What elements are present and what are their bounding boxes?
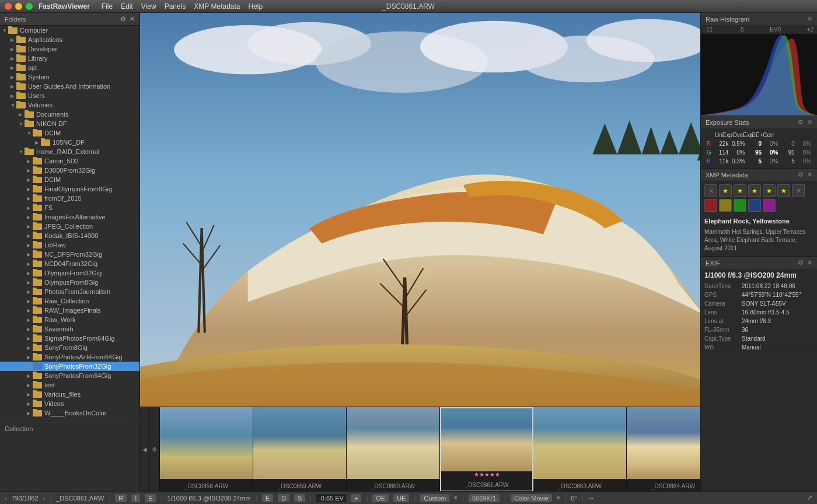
sidebar-item-ncd04[interactable]: ▶NCD04From32Gig bbox=[0, 259, 139, 268]
exposure-stats-close-icon[interactable]: ✕ bbox=[807, 118, 812, 126]
sidebar-item-raw_images_finals[interactable]: ▶RAW_ImagesFinals bbox=[0, 306, 139, 315]
xmp-star4-button[interactable]: ★ bbox=[763, 184, 776, 197]
custom-button[interactable]: Custom bbox=[420, 494, 449, 502]
sidebar-item-d3000[interactable]: ▶D3000From32Gig bbox=[0, 166, 139, 175]
filmstrip-item-2[interactable]: _DSC0860.ARW bbox=[347, 407, 440, 491]
xmp-color-red-button[interactable] bbox=[704, 199, 717, 212]
oe-button[interactable]: OE bbox=[372, 494, 389, 502]
mode-d-button[interactable]: D bbox=[278, 494, 289, 502]
sidebar-item-canon5d2[interactable]: ▶Canon_5D2 bbox=[0, 156, 139, 166]
menu-panels[interactable]: Panels bbox=[165, 2, 186, 10]
xmp-color-green-button[interactable] bbox=[734, 199, 746, 212]
nav-prev-button[interactable]: ‹ bbox=[5, 495, 7, 502]
xmp-color-magenta-button[interactable] bbox=[763, 199, 776, 212]
sidebar-item-olympus32[interactable]: ▶OlympusFrom32Gig bbox=[0, 268, 139, 278]
xmp-color-blue-button[interactable] bbox=[748, 199, 761, 212]
filmstrip-item-1[interactable]: _DSC0859.ARW bbox=[253, 407, 347, 491]
sidebar-item-developer[interactable]: ▶Developer bbox=[0, 44, 139, 54]
sidebar-item-sony64[interactable]: ▶SonyPhotosFrom64Gig bbox=[0, 371, 139, 380]
main-image-area[interactable] bbox=[140, 13, 700, 407]
sidebar-item-various[interactable]: ▶Various_files bbox=[0, 390, 139, 399]
ev-plus-button[interactable]: + bbox=[351, 494, 361, 502]
filmstrip-item-3[interactable]: ★★★★★_DSC0861.ARW bbox=[440, 407, 533, 491]
sidebar-item-fs[interactable]: ▶FS bbox=[0, 203, 139, 212]
menu-edit[interactable]: Edit bbox=[121, 2, 133, 10]
xmp-color-yellow-button[interactable] bbox=[719, 199, 732, 212]
exposure-stats-gear-icon[interactable]: ⚙ bbox=[798, 118, 804, 126]
sidebar-item-nc_dfs[interactable]: ▶NC_DFSFrom32Gig bbox=[0, 250, 139, 259]
menu-view[interactable]: View bbox=[141, 2, 156, 10]
minimize-button[interactable] bbox=[15, 3, 22, 10]
sidebar-item-userguides[interactable]: ▶User Guides And Information bbox=[0, 82, 139, 91]
xmp-star2-button[interactable]: ★ bbox=[734, 184, 746, 197]
menu-xmp[interactable]: XMP Metadata bbox=[194, 2, 240, 10]
sidebar-item-documents[interactable]: ▶Documents bbox=[0, 110, 139, 119]
sidebar-item-nikon_df[interactable]: ▼NIKON DF bbox=[0, 119, 139, 128]
mode-r-button[interactable]: R bbox=[115, 494, 127, 502]
xmp-star5-button[interactable]: ★ bbox=[777, 184, 790, 197]
fullscreen-icon[interactable]: ⤢ bbox=[807, 494, 812, 502]
close-sidebar-icon[interactable]: ✕ bbox=[130, 15, 135, 23]
filmstrip-item-5[interactable]: _DSC0864.ARW bbox=[627, 407, 700, 491]
custom-dropdown-icon[interactable]: ▾ bbox=[454, 494, 458, 502]
xmp-star1-button[interactable]: ★ bbox=[719, 184, 732, 197]
histogram-close-icon[interactable]: ✕ bbox=[807, 15, 812, 23]
maximize-button[interactable] bbox=[26, 3, 33, 10]
sidebar-item-sonyarik64[interactable]: ▶SonyPhotosArikFrom64Gig bbox=[0, 352, 139, 362]
sidebar-item-test[interactable]: ▶test bbox=[0, 380, 139, 390]
mode-s-button[interactable]: S bbox=[294, 494, 305, 502]
xmp-reject-button[interactable]: ✕ bbox=[704, 184, 717, 197]
thumb-image-4 bbox=[533, 407, 626, 479]
sidebar-item-fromdf2015[interactable]: ▶fromDf_2015 bbox=[0, 194, 139, 203]
filmstrip-item-4[interactable]: _DSC0863.ARW bbox=[533, 407, 627, 491]
sidebar-item-volumes[interactable]: ▼Volumes bbox=[0, 100, 139, 110]
xmp-star3-button[interactable]: ★ bbox=[748, 184, 761, 197]
menu-file[interactable]: File bbox=[102, 2, 113, 10]
filmstrip-settings-icon[interactable]: ⚙ bbox=[151, 446, 158, 453]
sidebar-item-raw_collection[interactable]: ▶Raw_Collection bbox=[0, 296, 139, 306]
sidebar-item-library[interactable]: ▶Library bbox=[0, 54, 139, 63]
sidebar-item-opt[interactable]: ▶opt bbox=[0, 63, 139, 72]
sidebar-item-sony8[interactable]: ▶SonyFrom8Gig bbox=[0, 343, 139, 352]
filmstrip-toggle-button[interactable]: ◀ bbox=[140, 407, 149, 491]
filmstrip-item-0[interactable]: _DSC0858.ARW bbox=[160, 407, 253, 491]
mode-e-button[interactable]: E bbox=[145, 494, 156, 502]
sidebar-item-105nc_df[interactable]: ▶105NC_DF bbox=[0, 138, 139, 147]
mode-i-button[interactable]: I bbox=[131, 494, 140, 502]
sidebar-item-raw_work[interactable]: ▶Raw_Work bbox=[0, 315, 139, 324]
filmstrip-scroll[interactable]: _DSC0858.ARW_DSC0859.ARW_DSC0860.ARW★★★★… bbox=[160, 407, 700, 491]
sidebar-item-dcim[interactable]: ▼DCIM bbox=[0, 128, 139, 138]
exif-gear-icon[interactable]: ⚙ bbox=[798, 259, 804, 267]
sidebar-item-system[interactable]: ▶System bbox=[0, 72, 139, 82]
nav-next-button[interactable]: › bbox=[43, 495, 46, 502]
close-button[interactable] bbox=[5, 3, 12, 10]
sidebar-item-users[interactable]: ▶Users bbox=[0, 91, 139, 100]
sidebar-item-sigma64[interactable]: ▶SigmaPhotosFrom64Gig bbox=[0, 334, 139, 343]
mode-e2-button[interactable]: E bbox=[262, 494, 273, 502]
sidebar-item-home_raid[interactable]: ▼Home_RAID_External bbox=[0, 147, 139, 156]
expand-arrows-icon[interactable]: ↔ bbox=[588, 495, 595, 502]
nav-counter: 793/1082 bbox=[12, 495, 39, 502]
sidebar-item-videos[interactable]: ▶Videos bbox=[0, 399, 139, 408]
sidebar-item-jpeg_coll[interactable]: ▶JPEG_Collection bbox=[0, 222, 139, 231]
exif-close-icon[interactable]: ✕ bbox=[807, 259, 812, 267]
color-mode-dropdown-icon[interactable]: ▾ bbox=[557, 494, 560, 502]
xmp-close-icon[interactable]: ✕ bbox=[807, 171, 812, 178]
xmp-reject2-button[interactable]: ✕ bbox=[792, 184, 805, 197]
sidebar-item-savannah[interactable]: ▶Savannah bbox=[0, 324, 139, 334]
sidebar-item-imagesfor[interactable]: ▶ImagesForAlternative bbox=[0, 212, 139, 222]
sidebar-item-olympus8[interactable]: ▶OlympusFrom8Gig bbox=[0, 278, 139, 287]
sidebar-item-dcim2[interactable]: ▶DCIM bbox=[0, 175, 139, 184]
ue-button[interactable]: UE bbox=[393, 494, 409, 502]
sidebar-item-computer[interactable]: ▼Computer bbox=[0, 26, 139, 35]
sidebar-item-photosjournalism[interactable]: ▶PhotosFromJournalism bbox=[0, 287, 139, 296]
sidebar-item-sony32[interactable]: ▶SonyPhotosFrom32Gig bbox=[0, 362, 139, 371]
sidebar-item-kodak[interactable]: ▶Kodak_IBIS-14000 bbox=[0, 231, 139, 240]
gear-icon[interactable]: ⚙ bbox=[120, 15, 126, 23]
sidebar-item-finalolympus[interactable]: ▶FinalOlympusFrom8Gig bbox=[0, 184, 139, 194]
sidebar-item-wbooks[interactable]: ▶W____BooksOnColor bbox=[0, 408, 139, 418]
sidebar-item-libraw[interactable]: ▶LibRaw bbox=[0, 240, 139, 250]
menu-help[interactable]: Help bbox=[249, 2, 263, 10]
xmp-gear-icon[interactable]: ⚙ bbox=[798, 171, 804, 178]
sidebar-item-applications[interactable]: ▶Applications bbox=[0, 35, 139, 44]
